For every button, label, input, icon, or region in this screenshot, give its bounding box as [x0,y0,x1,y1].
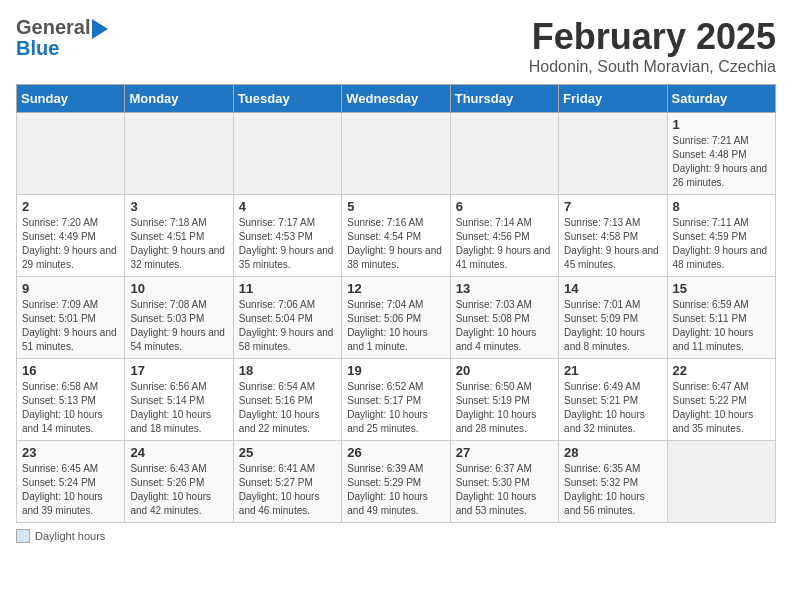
day-info: Sunrise: 7:18 AM Sunset: 4:51 PM Dayligh… [130,216,227,272]
day-info: Sunrise: 7:03 AM Sunset: 5:08 PM Dayligh… [456,298,553,354]
calendar-cell: 21Sunrise: 6:49 AM Sunset: 5:21 PM Dayli… [559,359,667,441]
calendar-cell: 3Sunrise: 7:18 AM Sunset: 4:51 PM Daylig… [125,195,233,277]
calendar-cell: 8Sunrise: 7:11 AM Sunset: 4:59 PM Daylig… [667,195,775,277]
day-number: 7 [564,199,661,214]
calendar-cell [233,113,341,195]
day-info: Sunrise: 7:11 AM Sunset: 4:59 PM Dayligh… [673,216,770,272]
calendar-cell: 18Sunrise: 6:54 AM Sunset: 5:16 PM Dayli… [233,359,341,441]
weekday-header-cell: Saturday [667,85,775,113]
calendar-week-row: 2Sunrise: 7:20 AM Sunset: 4:49 PM Daylig… [17,195,776,277]
calendar-week-row: 23Sunrise: 6:45 AM Sunset: 5:24 PM Dayli… [17,441,776,523]
legend: Daylight hours [16,529,776,543]
day-info: Sunrise: 6:37 AM Sunset: 5:30 PM Dayligh… [456,462,553,518]
logo-general-text: General [16,16,90,39]
calendar-cell: 4Sunrise: 7:17 AM Sunset: 4:53 PM Daylig… [233,195,341,277]
calendar-cell [559,113,667,195]
day-number: 2 [22,199,119,214]
day-info: Sunrise: 6:58 AM Sunset: 5:13 PM Dayligh… [22,380,119,436]
calendar-cell: 24Sunrise: 6:43 AM Sunset: 5:26 PM Dayli… [125,441,233,523]
day-number: 3 [130,199,227,214]
calendar-cell: 17Sunrise: 6:56 AM Sunset: 5:14 PM Dayli… [125,359,233,441]
day-info: Sunrise: 7:14 AM Sunset: 4:56 PM Dayligh… [456,216,553,272]
day-number: 28 [564,445,661,460]
day-number: 26 [347,445,444,460]
day-number: 18 [239,363,336,378]
calendar-cell: 22Sunrise: 6:47 AM Sunset: 5:22 PM Dayli… [667,359,775,441]
legend-label: Daylight hours [35,530,105,542]
calendar-cell [667,441,775,523]
day-number: 16 [22,363,119,378]
day-info: Sunrise: 6:49 AM Sunset: 5:21 PM Dayligh… [564,380,661,436]
title-block: February 2025 Hodonin, South Moravian, C… [529,16,776,76]
weekday-header-cell: Sunday [17,85,125,113]
weekday-header-cell: Friday [559,85,667,113]
day-info: Sunrise: 6:59 AM Sunset: 5:11 PM Dayligh… [673,298,770,354]
day-info: Sunrise: 6:54 AM Sunset: 5:16 PM Dayligh… [239,380,336,436]
calendar-cell: 6Sunrise: 7:14 AM Sunset: 4:56 PM Daylig… [450,195,558,277]
calendar-week-row: 16Sunrise: 6:58 AM Sunset: 5:13 PM Dayli… [17,359,776,441]
calendar-cell: 2Sunrise: 7:20 AM Sunset: 4:49 PM Daylig… [17,195,125,277]
calendar-cell: 23Sunrise: 6:45 AM Sunset: 5:24 PM Dayli… [17,441,125,523]
day-number: 17 [130,363,227,378]
header: General Blue February 2025 Hodonin, Sout… [16,16,776,76]
day-info: Sunrise: 7:09 AM Sunset: 5:01 PM Dayligh… [22,298,119,354]
legend-color-box [16,529,30,543]
calendar-table: SundayMondayTuesdayWednesdayThursdayFrid… [16,84,776,523]
calendar-cell [125,113,233,195]
weekday-header-row: SundayMondayTuesdayWednesdayThursdayFrid… [17,85,776,113]
day-number: 13 [456,281,553,296]
calendar-cell: 15Sunrise: 6:59 AM Sunset: 5:11 PM Dayli… [667,277,775,359]
calendar-cell: 11Sunrise: 7:06 AM Sunset: 5:04 PM Dayli… [233,277,341,359]
day-number: 1 [673,117,770,132]
day-info: Sunrise: 6:52 AM Sunset: 5:17 PM Dayligh… [347,380,444,436]
day-info: Sunrise: 7:20 AM Sunset: 4:49 PM Dayligh… [22,216,119,272]
logo: General Blue [16,16,108,60]
weekday-header-cell: Thursday [450,85,558,113]
calendar-cell: 16Sunrise: 6:58 AM Sunset: 5:13 PM Dayli… [17,359,125,441]
calendar-cell: 12Sunrise: 7:04 AM Sunset: 5:06 PM Dayli… [342,277,450,359]
day-info: Sunrise: 6:56 AM Sunset: 5:14 PM Dayligh… [130,380,227,436]
day-info: Sunrise: 6:41 AM Sunset: 5:27 PM Dayligh… [239,462,336,518]
day-number: 14 [564,281,661,296]
calendar-cell [342,113,450,195]
calendar-cell: 13Sunrise: 7:03 AM Sunset: 5:08 PM Dayli… [450,277,558,359]
calendar-subtitle: Hodonin, South Moravian, Czechia [529,58,776,76]
calendar-cell: 19Sunrise: 6:52 AM Sunset: 5:17 PM Dayli… [342,359,450,441]
calendar-cell: 7Sunrise: 7:13 AM Sunset: 4:58 PM Daylig… [559,195,667,277]
day-number: 9 [22,281,119,296]
day-number: 11 [239,281,336,296]
day-info: Sunrise: 6:47 AM Sunset: 5:22 PM Dayligh… [673,380,770,436]
calendar-cell: 27Sunrise: 6:37 AM Sunset: 5:30 PM Dayli… [450,441,558,523]
day-info: Sunrise: 7:13 AM Sunset: 4:58 PM Dayligh… [564,216,661,272]
day-info: Sunrise: 6:43 AM Sunset: 5:26 PM Dayligh… [130,462,227,518]
day-number: 21 [564,363,661,378]
day-number: 8 [673,199,770,214]
day-info: Sunrise: 6:39 AM Sunset: 5:29 PM Dayligh… [347,462,444,518]
day-info: Sunrise: 7:16 AM Sunset: 4:54 PM Dayligh… [347,216,444,272]
day-info: Sunrise: 7:08 AM Sunset: 5:03 PM Dayligh… [130,298,227,354]
day-number: 15 [673,281,770,296]
calendar-body: 1Sunrise: 7:21 AM Sunset: 4:48 PM Daylig… [17,113,776,523]
calendar-cell: 14Sunrise: 7:01 AM Sunset: 5:09 PM Dayli… [559,277,667,359]
calendar-cell: 28Sunrise: 6:35 AM Sunset: 5:32 PM Dayli… [559,441,667,523]
logo-blue-text: Blue [16,37,59,59]
day-info: Sunrise: 6:45 AM Sunset: 5:24 PM Dayligh… [22,462,119,518]
day-info: Sunrise: 6:35 AM Sunset: 5:32 PM Dayligh… [564,462,661,518]
calendar-cell [450,113,558,195]
logo-arrow-icon [92,19,108,39]
day-info: Sunrise: 7:01 AM Sunset: 5:09 PM Dayligh… [564,298,661,354]
calendar-cell [17,113,125,195]
day-number: 6 [456,199,553,214]
calendar-cell: 5Sunrise: 7:16 AM Sunset: 4:54 PM Daylig… [342,195,450,277]
calendar-title: February 2025 [529,16,776,58]
weekday-header-cell: Monday [125,85,233,113]
day-number: 4 [239,199,336,214]
day-info: Sunrise: 7:06 AM Sunset: 5:04 PM Dayligh… [239,298,336,354]
day-number: 24 [130,445,227,460]
calendar-cell: 26Sunrise: 6:39 AM Sunset: 5:29 PM Dayli… [342,441,450,523]
calendar-cell: 1Sunrise: 7:21 AM Sunset: 4:48 PM Daylig… [667,113,775,195]
day-number: 10 [130,281,227,296]
day-number: 12 [347,281,444,296]
calendar-cell: 20Sunrise: 6:50 AM Sunset: 5:19 PM Dayli… [450,359,558,441]
weekday-header-cell: Tuesday [233,85,341,113]
